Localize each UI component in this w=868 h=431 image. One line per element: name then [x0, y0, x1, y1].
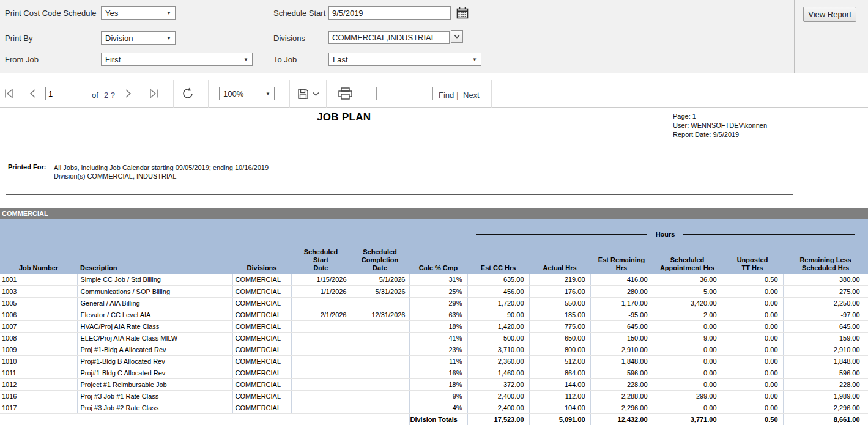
table-cell: 280.00 — [590, 285, 653, 297]
table-cell: 380.00 — [783, 274, 868, 285]
calendar-icon[interactable] — [456, 7, 469, 19]
table-cell: 0.00 — [722, 378, 783, 390]
table-cell: 3,710.00 — [467, 344, 529, 355]
refresh-icon[interactable] — [180, 86, 195, 101]
table-cell: 2,400.00 — [467, 402, 529, 413]
table-cell: 1016 — [0, 390, 77, 402]
table-cell: 0.00 — [722, 320, 783, 332]
table-cell: 4% — [409, 402, 467, 413]
chevron-right-icon[interactable] — [124, 89, 132, 98]
table-cell: 18% — [409, 378, 467, 390]
header-rule — [6, 194, 793, 195]
from-job-label: From Job — [5, 55, 39, 64]
table-cell: Proj #3 Job #1 Rate Class — [77, 390, 232, 402]
table-cell — [291, 344, 351, 355]
page-info-line: Page: 1 — [673, 112, 767, 121]
last-page-icon[interactable] — [149, 89, 159, 98]
table-cell: 1011 — [0, 367, 77, 378]
printed-for-lines: All Jobs, including Job Calendar startin… — [54, 163, 269, 180]
table-cell: COMMERCIAL — [232, 344, 291, 355]
table-cell: 23% — [409, 344, 467, 355]
page-info: Page: 1User: WENNSOFTDEV\konnenReport Da… — [673, 112, 767, 139]
hours-rule-left — [476, 234, 647, 235]
print-cost-code-schedule-select[interactable]: Yes ▼ — [101, 6, 176, 20]
table-cell: 228.00 — [590, 378, 653, 390]
zoom-select[interactable]: 100% ▼ — [219, 87, 275, 100]
current-page-input[interactable] — [45, 87, 83, 100]
table-cell: 2,910.00 — [590, 344, 653, 355]
table-cell: 1,720.00 — [467, 297, 529, 309]
table-cell: 5.00 — [653, 285, 722, 297]
from-job-select[interactable]: First ▼ — [101, 53, 253, 66]
table-row: 1011Proj#1-Bldg C Allocated RevCOMMERCIA… — [0, 367, 868, 378]
from-job-value: First — [105, 55, 121, 64]
division-totals-label: Division Totals — [409, 413, 467, 425]
table-cell: Proj #1-Bldg A Allocated Rev — [77, 344, 232, 355]
printed-for-label: Printed For: — [8, 163, 46, 171]
table-cell: 1,848.00 — [590, 355, 653, 367]
table-cell: 9% — [409, 390, 467, 402]
table-cell: 512.00 — [529, 355, 590, 367]
schedule-start-input[interactable] — [328, 6, 451, 20]
table-cell — [351, 367, 409, 378]
to-job-value: Last — [333, 55, 348, 64]
table-cell: Project #1 Reimbursable Job — [77, 378, 232, 390]
column-header: Est CC Hrs — [467, 247, 529, 274]
report-body: JOB PLAN Page: 1User: WENNSOFTDEV\konnen… — [0, 108, 868, 431]
find-input[interactable] — [376, 87, 433, 100]
column-header: Scheduled Completion Date — [351, 247, 409, 274]
divisions-input[interactable] — [328, 31, 450, 44]
table-cell: 864.00 — [529, 367, 590, 378]
table-cell: 1008 — [0, 332, 77, 344]
view-report-button[interactable]: View Report — [803, 7, 856, 22]
table-row: 1008ELEC/Proj AIA Rate Class MILWCOMMERC… — [0, 332, 868, 344]
print-by-value: Division — [105, 34, 133, 43]
table-row: 1007HVAC/Proj AIA Rate ClassCOMMERCIAL18… — [0, 320, 868, 332]
table-cell: 2/1/2026 — [291, 309, 351, 320]
save-icon[interactable] — [297, 88, 309, 100]
table-cell: 2,910.00 — [783, 344, 868, 355]
table-cell: 800.00 — [529, 344, 590, 355]
chevron-left-icon[interactable] — [29, 89, 37, 98]
table-cell: 36.00 — [653, 274, 722, 285]
table-cell: COMMERCIAL — [232, 297, 291, 309]
find-next-separator: | — [456, 90, 458, 100]
schedule-start-label: Schedule Start — [273, 9, 325, 18]
table-row: 1012Project #1 Reimbursable JobCOMMERCIA… — [0, 378, 868, 390]
column-header: Est Remaining Hrs — [590, 247, 653, 274]
table-cell — [351, 344, 409, 355]
table-cell: COMMERCIAL — [232, 320, 291, 332]
table-cell: COMMERCIAL — [232, 378, 291, 390]
dropdown-arrow-icon: ▼ — [166, 10, 171, 16]
table-cell — [351, 332, 409, 344]
table-cell: 29% — [409, 297, 467, 309]
hours-group-row: Hours — [0, 219, 868, 247]
division-total-value: 17,523.00 — [467, 413, 529, 425]
table-cell: COMMERCIAL — [232, 309, 291, 320]
toolbar-divider — [491, 80, 492, 108]
next-link[interactable]: Next — [463, 90, 480, 100]
find-link[interactable]: Find — [439, 90, 454, 100]
table-cell: 0.00 — [653, 402, 722, 413]
division-total-value: 8,661.00 — [783, 413, 868, 425]
table-cell: 500.00 — [467, 332, 529, 344]
table-cell: COMMERCIAL — [232, 402, 291, 413]
column-header: Actual Hrs — [529, 247, 590, 274]
table-cell: 275.00 — [783, 285, 868, 297]
table-cell — [291, 320, 351, 332]
table-cell: 1,170.00 — [590, 297, 653, 309]
report-toolbar: of 2 ? 100% ▼ — [0, 74, 868, 108]
table-cell: 185.00 — [529, 309, 590, 320]
save-chevron-down-icon[interactable] — [313, 92, 319, 97]
first-page-icon[interactable] — [4, 89, 14, 98]
column-header: Calc % Cmp — [409, 247, 467, 274]
table-cell: COMMERCIAL — [232, 332, 291, 344]
print-by-select[interactable]: Division ▼ — [101, 31, 176, 45]
table-cell — [351, 402, 409, 413]
to-job-select[interactable]: Last ▼ — [328, 53, 481, 66]
table-cell: 645.00 — [590, 320, 653, 332]
divisions-chevron-down-icon[interactable] — [451, 30, 463, 43]
column-header: Description — [77, 247, 232, 274]
hours-group-header: Hours — [467, 219, 868, 247]
print-icon[interactable] — [338, 87, 353, 100]
